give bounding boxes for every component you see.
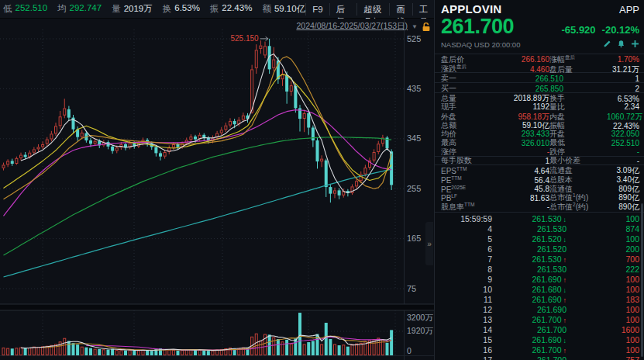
trade-volume: 100 bbox=[567, 285, 639, 294]
trade-row: 17261.700757 bbox=[435, 355, 644, 360]
trade-volume: 700 bbox=[567, 254, 639, 264]
panel-scrollbar[interactable] bbox=[641, 203, 643, 357]
trade-row: 4261.530874 bbox=[435, 224, 644, 234]
quote-value: - bbox=[489, 147, 549, 156]
quote-value: - bbox=[489, 202, 549, 211]
kline-chart[interactable]: 525.150525435345255165753200万1920万0 bbox=[0, 19, 434, 360]
trade-row: 14261.7001600 bbox=[435, 325, 644, 335]
ma-cyan-line bbox=[4, 169, 392, 277]
stock-name: APPLOVIN bbox=[441, 2, 501, 16]
stat-label: 振 bbox=[210, 3, 219, 15]
trade-time: 15 bbox=[441, 335, 492, 344]
quote-value: - bbox=[607, 157, 639, 165]
quote-value: 22.43% bbox=[607, 122, 639, 130]
stat-value: 252.510 bbox=[15, 3, 48, 15]
quote-row: 涨跌盘后4.460盘后量31.21万 bbox=[435, 64, 644, 74]
trade-price: 261.700↑ bbox=[492, 345, 567, 355]
stat-label: 额 bbox=[262, 3, 271, 15]
header-stat: 额59.10亿 bbox=[262, 3, 305, 15]
trade-row: 11261.690↑183 bbox=[435, 295, 644, 305]
trade-time: 4 bbox=[441, 224, 492, 234]
quote-header: APPLOVIN APP 261.700 -65.920 -20.12% NAS… bbox=[435, 0, 644, 51]
volume-bars bbox=[2, 313, 393, 355]
svg-text:435: 435 bbox=[407, 84, 421, 93]
pencil-icon[interactable] bbox=[603, 37, 611, 51]
plus-icon[interactable] bbox=[631, 37, 639, 51]
volume-axis-label: 1920万 bbox=[407, 326, 433, 335]
toolbar-item-4[interactable]: 工具 bbox=[412, 3, 436, 16]
chart-top-bar: 低252.510均292.747量2019万换6.53%振22.43%额59.1… bbox=[0, 0, 434, 19]
toolbar-item-1[interactable]: 后复权 bbox=[329, 3, 357, 16]
trade-volume: 100 bbox=[567, 305, 639, 314]
trade-time: 10 bbox=[441, 285, 492, 294]
quote-row: EPSTTM4.64流通盘3.09亿 bbox=[435, 165, 644, 175]
svg-text:75: 75 bbox=[407, 284, 416, 293]
quote-value: 4.460 bbox=[489, 65, 549, 74]
stock-ticker: APP bbox=[619, 4, 639, 16]
date-range-selector[interactable]: 2024/08/16-2025/03/27(153日) ▼ bbox=[296, 21, 431, 32]
stat-value: 2019万 bbox=[124, 3, 153, 15]
toolbar-item-3[interactable]: 画线 bbox=[389, 3, 412, 16]
header-stat: 均292.747 bbox=[57, 3, 102, 15]
header-stat: 振22.43% bbox=[210, 3, 253, 15]
trade-time: 6 bbox=[441, 244, 492, 254]
ask-row: 卖一266.5101 bbox=[435, 73, 644, 83]
date-range-label[interactable]: 2024/08/16-2025/03/27(153日) bbox=[296, 21, 408, 32]
quote-header-icons bbox=[603, 37, 639, 51]
stat-label: 低 bbox=[3, 3, 12, 15]
ma-green-line bbox=[4, 137, 392, 255]
trade-price: 261.690↓ bbox=[492, 335, 567, 344]
bell-icon[interactable] bbox=[617, 37, 625, 51]
pane-splitter[interactable] bbox=[0, 304, 434, 310]
stat-value: 292.747 bbox=[70, 3, 102, 15]
trade-volume: 222 bbox=[567, 265, 639, 274]
quote-value: 4.64 bbox=[489, 167, 549, 175]
quote-label: 每手股数 bbox=[441, 155, 489, 166]
quote-value: 56.4 bbox=[489, 176, 549, 185]
quote-value: 6.53% bbox=[607, 95, 639, 103]
trade-time: 12 bbox=[441, 305, 492, 314]
last-price: 261.700 bbox=[441, 15, 514, 39]
quote-row: 盘后价266.160涨幅盘后1.70% bbox=[435, 55, 644, 64]
stat-label: 量 bbox=[112, 3, 121, 15]
quote-label: PETTM bbox=[441, 175, 489, 185]
trade-time: 7 bbox=[441, 254, 492, 264]
trade-row: 16261.700↑100 bbox=[435, 345, 644, 355]
quote-value: 266.160 bbox=[489, 55, 549, 64]
quote-value: 1.70% bbox=[607, 55, 639, 64]
quote-value: 2.34 bbox=[607, 102, 639, 111]
quote-label: 总市值2(约) bbox=[549, 202, 607, 213]
panel-collapse-handle[interactable]: » bbox=[425, 222, 433, 265]
quote-label: 股息率TTM bbox=[441, 202, 489, 213]
svg-text:345: 345 bbox=[407, 133, 421, 143]
trade-row: 10261.680↓100 bbox=[435, 285, 644, 295]
trade-price: 261.690↑ bbox=[492, 275, 567, 284]
quote-row: PBLF81.63总市值1(约)890亿 bbox=[435, 192, 644, 202]
quote-label: 买一 bbox=[441, 83, 472, 94]
header-stat: 量2019万 bbox=[112, 3, 153, 15]
unlock-icon[interactable] bbox=[422, 22, 431, 32]
quote-table: 盘后价266.160涨幅盘后1.70%涨跌盘后4.460盘后量31.21万卖一2… bbox=[435, 54, 644, 212]
ask-row-price: 266.510 bbox=[472, 74, 563, 83]
trade-time: 11 bbox=[441, 295, 492, 304]
stat-label: 均 bbox=[57, 3, 67, 15]
trade-price: 261.530 bbox=[492, 265, 567, 274]
chevron-down-icon[interactable]: ▼ bbox=[412, 23, 418, 30]
trade-volume: 100 bbox=[567, 335, 639, 344]
quote-value: 81.63 bbox=[489, 194, 549, 202]
svg-text:165: 165 bbox=[407, 234, 421, 243]
trade-price: 261.700 bbox=[492, 325, 567, 334]
trade-time: 17 bbox=[441, 355, 492, 360]
trade-row: 13261.700↑100 bbox=[435, 315, 644, 325]
toolbar-item-2[interactable]: 超级叠加 bbox=[356, 3, 389, 16]
trade-volume: 100 bbox=[567, 275, 639, 284]
toolbar-item-0[interactable]: F9 bbox=[305, 3, 329, 16]
quote-row: 现手1192量比2.34 bbox=[435, 102, 644, 112]
stock-app-window: 低252.510均292.747量2019万换6.53%振22.43%额59.1… bbox=[0, 0, 644, 360]
price-change: -65.920 bbox=[561, 24, 595, 36]
bid-row-price: 265.850 bbox=[472, 85, 563, 93]
time-and-sales-list[interactable]: 15:59:59261.530↓1004261.5308745261.520↓1… bbox=[435, 212, 644, 360]
trade-row: 9261.690↑100 bbox=[435, 275, 644, 285]
quote-label: 盘后量 bbox=[549, 64, 607, 75]
quote-value: 252.510 bbox=[607, 139, 639, 147]
